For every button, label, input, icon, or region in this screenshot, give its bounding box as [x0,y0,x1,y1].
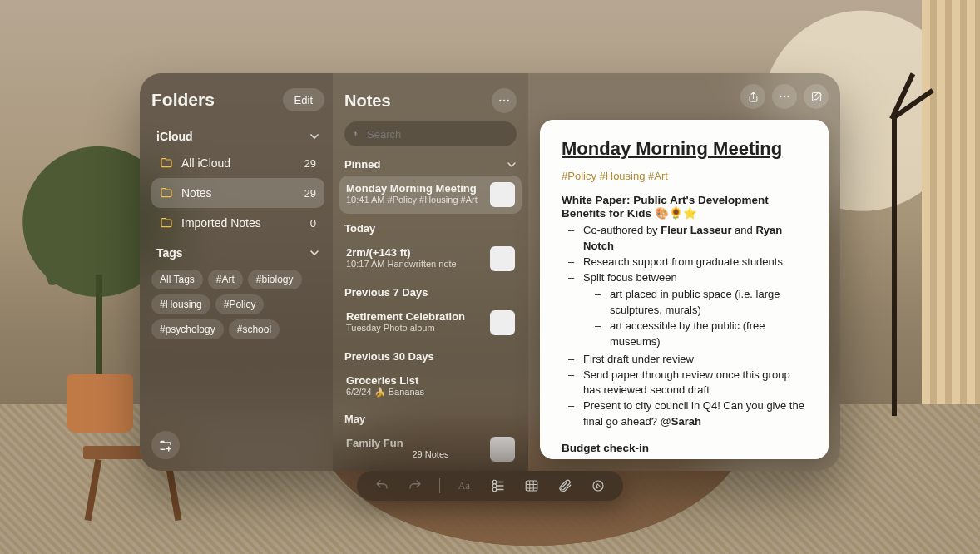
markup-button[interactable] [589,477,607,495]
white-paper-list: Co-authored by Fleur Lasseur and Ryan No… [562,223,807,430]
group-label: Previous 7 Days [344,286,428,299]
new-folder-icon [158,438,173,453]
more-button[interactable] [492,88,517,113]
note-item[interactable]: Groceries List6/2/24 🍌 Bananas [339,368,522,404]
editor-panel: Monday Morning Meeting #Policy #Housing … [528,73,840,471]
note-thumbnail [490,182,515,207]
note-item-title: 2rm/(+143 ft) [346,246,483,259]
chevron-down-icon [309,248,319,258]
svg-point-13 [593,481,603,491]
budget-heading: Budget check-in [562,442,807,454]
edit-button[interactable]: Edit [283,88,324,111]
checklist-button[interactable] [489,477,507,495]
svg-text:Aa: Aa [458,480,471,492]
search-input[interactable] [365,127,508,141]
note-item[interactable]: Monday Morning Meeting10:41 AM #Policy #… [339,176,522,214]
bullet-item: Present to city council in Q4! Can you g… [580,398,807,430]
svg-point-10 [492,484,497,488]
bullet-item: First draft under review [580,352,807,368]
ellipsis-icon [497,94,511,107]
undo-button [373,477,391,495]
tags-list: All Tags#Art#biology#Housing#Policy#psyc… [151,270,324,339]
note-item-subtitle: Tuesday Photo album [346,323,483,333]
compose-button[interactable] [804,84,829,109]
tags-section-label: Tags [156,246,183,260]
redo-icon [408,478,423,493]
section-label: iCloud [156,130,193,143]
folder-count: 29 [304,187,316,200]
redo-button [406,477,424,495]
note-group-header[interactable]: Pinned [333,151,528,174]
editor-more-button[interactable] [772,84,797,109]
floor-lamp [892,116,897,416]
notes-list-title: Notes [344,92,391,111]
chevron-down-icon [507,160,517,170]
bullet-item: art accessible by the public (free museu… [606,319,807,350]
note-item-title: Groceries List [346,374,515,387]
svg-point-2 [507,100,508,101]
attach-icon [557,478,572,493]
folder-count: 29 [304,157,316,170]
bullet-item: Co-authored by Fleur Lasseur and Ryan No… [580,223,807,255]
note-group-header[interactable]: Previous 7 Days [333,279,528,302]
notes-list-panel: Notes PinnedMonday Morning Meeting10:41 … [333,73,528,471]
bullet-item: Recap of Q2 finances from Jasmine [580,458,807,459]
ellipsis-icon [778,90,791,103]
table-button[interactable] [522,477,541,495]
note-group-header[interactable]: May [333,406,528,428]
search-field[interactable] [344,121,517,146]
new-folder-button[interactable] [151,431,180,459]
tag-chip[interactable]: All Tags [151,270,203,289]
svg-rect-3 [355,131,357,134]
tag-chip[interactable]: #Housing [151,294,210,314]
attach-button[interactable] [556,477,574,495]
checklist-icon [491,478,506,493]
share-button[interactable] [740,84,765,109]
note-paper[interactable]: Monday Morning Meeting #Policy #Housing … [540,120,829,459]
folder-item[interactable]: Notes29 [151,178,324,208]
folder-label: Notes [181,186,212,200]
format-icon: Aa [456,477,473,494]
tag-chip[interactable]: #biology [248,270,302,289]
chevron-down-icon [309,131,319,141]
note-group-header[interactable]: Today [333,215,528,238]
section-icloud[interactable]: iCloud [151,121,324,148]
svg-point-6 [787,96,789,97]
bullet-item: art placed in public space (i.e. large s… [606,287,807,319]
folder-label: Imported Notes [181,216,261,230]
white-paper-heading: White Paper: Public Art's Development Be… [562,194,807,220]
notes-window: Folders Edit iCloud All iCloud29Notes29I… [140,73,840,471]
note-item-title: Monday Morning Meeting [346,182,483,195]
edit-button-label: Edit [294,94,313,106]
svg-point-9 [492,480,497,484]
svg-point-0 [499,100,501,101]
markup-icon [591,478,606,493]
format-toolbar: Aa [357,471,623,501]
group-label: Previous 30 Days [344,350,434,363]
note-group-header[interactable]: Previous 30 Days [333,344,528,366]
share-icon [747,91,760,103]
format-button: Aa [455,477,473,495]
tag-chip[interactable]: #psychology [151,319,224,339]
note-item-subtitle: 10:41 AM #Policy #Housing #Art [346,195,483,205]
svg-point-11 [492,487,497,492]
note-item[interactable]: Retirement CelebrationTuesday Photo albu… [339,304,522,342]
folder-count: 0 [310,217,316,230]
svg-point-5 [784,96,785,97]
table-icon [524,478,539,493]
folder-item[interactable]: Imported Notes0 [151,208,324,238]
tag-chip[interactable]: #Art [208,270,243,289]
note-thumbnail [490,246,515,271]
microphone-icon [353,128,359,140]
bullet-item: Split focus betweenart placed in public … [580,270,807,350]
bullet-item: Send paper through review once this grou… [580,368,807,399]
undo-icon [374,478,389,493]
tag-chip[interactable]: #school [229,319,280,339]
bullet-item: Research support from graduate students [580,255,807,270]
folder-item[interactable]: All iCloud29 [151,148,324,178]
note-item[interactable]: 2rm/(+143 ft)10:17 AM Handwritten note [339,240,522,278]
section-tags[interactable]: Tags [151,238,324,265]
compose-icon [810,91,823,103]
group-label: Today [344,222,375,235]
tag-chip[interactable]: #Policy [215,294,265,314]
